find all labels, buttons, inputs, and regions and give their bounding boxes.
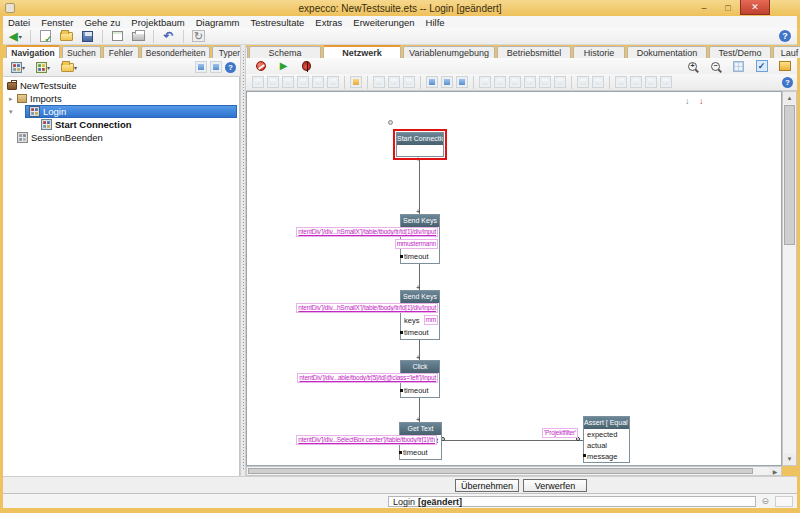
connect-mode-icon[interactable] bbox=[456, 76, 468, 88]
tab-suchen[interactable]: Suchen bbox=[62, 46, 101, 58]
link-icon[interactable] bbox=[577, 76, 589, 88]
expand-pins-icon[interactable] bbox=[539, 76, 551, 88]
tab-netzwerk[interactable]: Netzwerk bbox=[323, 45, 401, 58]
tab-variablenumgebung[interactable]: Variablenumgebung bbox=[403, 46, 495, 58]
tree-item-start-connection[interactable]: Start Connection bbox=[41, 118, 132, 131]
menu-extras[interactable]: Extras bbox=[315, 17, 342, 28]
menu-datei[interactable]: Datei bbox=[8, 17, 30, 28]
paste-special-icon[interactable] bbox=[267, 76, 279, 88]
value-label-locator[interactable]: ntentDiv']/div...hSmallX']/table/tbody/t… bbox=[296, 227, 438, 237]
tree-item-newtestsuite[interactable]: NewTestsuite bbox=[7, 79, 77, 92]
minimize-button[interactable]: – bbox=[692, 0, 716, 15]
apply-button[interactable]: Übernehmen bbox=[455, 479, 519, 492]
insert-block-icon[interactable] bbox=[350, 76, 362, 88]
route-3-icon[interactable] bbox=[645, 76, 657, 88]
tab-lauf[interactable]: Lauf bbox=[773, 46, 800, 58]
chevron-down-icon[interactable]: ▾ bbox=[19, 33, 22, 40]
new-window-button[interactable] bbox=[109, 29, 126, 43]
maximize-button[interactable]: □ bbox=[716, 0, 740, 15]
pin-actual[interactable]: actual bbox=[584, 440, 629, 451]
expander-expanded-icon[interactable]: ▾ bbox=[9, 108, 17, 116]
debug-button[interactable] bbox=[298, 59, 315, 73]
cut-icon[interactable] bbox=[297, 76, 309, 88]
snap-toggle-button[interactable]: ✓ bbox=[753, 59, 770, 73]
value-label-keys[interactable]: mm bbox=[424, 315, 438, 325]
close-button[interactable]: ✕ bbox=[740, 0, 770, 15]
add-output-pin-icon[interactable] bbox=[509, 76, 521, 88]
scroll-right-icon[interactable]: ▶ bbox=[769, 467, 781, 475]
help-button[interactable]: ? bbox=[779, 30, 791, 42]
align-top-icon[interactable] bbox=[388, 76, 400, 88]
discard-button[interactable]: Verwerfen bbox=[523, 479, 587, 492]
menu-fenster[interactable]: Fenster bbox=[41, 17, 73, 28]
select-mode-icon[interactable] bbox=[426, 76, 438, 88]
rotate-icon[interactable] bbox=[554, 76, 566, 88]
align-grid-icon[interactable] bbox=[403, 76, 415, 88]
node-assert-equal[interactable]: Assert [ Equal ] expected actual message bbox=[583, 416, 630, 463]
status-resize-area[interactable] bbox=[775, 496, 793, 507]
vertical-scrollbar[interactable]: ▲ ▼ bbox=[782, 91, 797, 466]
node-start-connection[interactable]: Start Connection bbox=[396, 132, 444, 157]
undo-button[interactable]: ↶ bbox=[160, 29, 177, 43]
value-label-expected[interactable]: 'Projektfilter' bbox=[542, 428, 578, 438]
menu-gehe-zu[interactable]: Gehe zu bbox=[84, 17, 120, 28]
tree-item-imports[interactable]: ▸ Imports bbox=[9, 92, 62, 105]
remove-pin-icon[interactable] bbox=[494, 76, 506, 88]
tree-item-login[interactable]: Login bbox=[25, 105, 237, 118]
menu-erweiterungen[interactable]: Erweiterungen bbox=[353, 17, 414, 28]
value-label-locator[interactable]: ntentDiv']/div...SelectBox center']/tabl… bbox=[296, 435, 437, 445]
menu-hilfe[interactable]: Hilfe bbox=[426, 17, 445, 28]
route-2-icon[interactable] bbox=[630, 76, 642, 88]
delete-icon[interactable] bbox=[327, 76, 339, 88]
input-pins-anchor-icon[interactable]: ↓ bbox=[685, 97, 690, 106]
tab-test-demo[interactable]: Test/Demo bbox=[709, 46, 771, 58]
accept-button[interactable]: ✓ bbox=[37, 29, 54, 43]
copy-view-icon[interactable] bbox=[195, 61, 207, 73]
tab-historie[interactable]: Historie bbox=[573, 46, 625, 58]
chevron-down-icon[interactable]: ▾ bbox=[74, 64, 77, 71]
pin-message[interactable]: message bbox=[584, 451, 629, 462]
route-4-icon[interactable] bbox=[660, 76, 672, 88]
zoom-in-button[interactable]: + bbox=[684, 59, 701, 73]
print-button[interactable] bbox=[130, 29, 147, 43]
run-button[interactable]: ▶ bbox=[275, 59, 292, 73]
tab-fehler[interactable]: Fehler bbox=[103, 46, 139, 58]
pin-timeout[interactable]: timeout bbox=[401, 385, 439, 397]
align-left-icon[interactable] bbox=[373, 76, 385, 88]
scrollbar-thumb[interactable] bbox=[248, 468, 753, 474]
scrollbar-thumb[interactable] bbox=[784, 105, 795, 245]
tab-dokumentation[interactable]: Dokumentation bbox=[627, 46, 707, 58]
value-label-keys[interactable]: mmustermann bbox=[395, 239, 438, 249]
add-input-pin-icon[interactable] bbox=[479, 76, 491, 88]
frame-mode-icon[interactable] bbox=[441, 76, 453, 88]
tree-help-button[interactable]: ? bbox=[225, 62, 236, 73]
record-button[interactable] bbox=[252, 59, 269, 73]
new-folder-button[interactable]: ▾ bbox=[57, 60, 81, 74]
horizontal-scrollbar[interactable]: ▶ bbox=[246, 466, 782, 476]
value-label-locator[interactable]: ntentDiv']/div...able/tbody/tr[5]/td[@cl… bbox=[297, 373, 438, 383]
pin-expected[interactable]: expected bbox=[584, 429, 629, 440]
scroll-down-icon[interactable]: ▼ bbox=[783, 453, 796, 465]
new-block-button[interactable]: ▾ bbox=[32, 60, 54, 74]
tab-schema[interactable]: Schema bbox=[249, 46, 321, 58]
copy-icon[interactable] bbox=[282, 76, 294, 88]
save-layout-icon[interactable] bbox=[210, 61, 222, 73]
scroll-up-icon[interactable]: ▲ bbox=[783, 92, 796, 104]
menu-diagramm[interactable]: Diagramm bbox=[196, 17, 240, 28]
toggle-pin-icon[interactable] bbox=[524, 76, 536, 88]
pin-timeout[interactable]: timeout bbox=[401, 327, 439, 339]
output-pins-anchor-icon[interactable]: ↓ bbox=[699, 97, 704, 106]
network-canvas[interactable]: ↓ ↓ + + + + + Start Connection Send Keys… bbox=[246, 91, 782, 466]
zoom-out-button[interactable]: − bbox=[707, 59, 724, 73]
chevron-down-icon[interactable]: ▾ bbox=[47, 64, 50, 71]
reload-button[interactable]: ↻ bbox=[190, 29, 207, 43]
back-button[interactable]: ◀▾ bbox=[7, 29, 24, 43]
route-1-icon[interactable] bbox=[615, 76, 627, 88]
menu-projektbaum[interactable]: Projektbaum bbox=[131, 17, 184, 28]
notes-button[interactable] bbox=[776, 59, 793, 73]
save-button[interactable] bbox=[79, 29, 96, 43]
menu-testresultate[interactable]: Testresultate bbox=[250, 17, 304, 28]
value-label-locator[interactable]: ntentDiv']/div...hSmallX']/table/tbody/t… bbox=[296, 303, 438, 313]
pin-timeout[interactable]: timeout bbox=[400, 447, 441, 459]
tree-item-sessionbeenden[interactable]: SessionBeenden bbox=[17, 131, 103, 144]
